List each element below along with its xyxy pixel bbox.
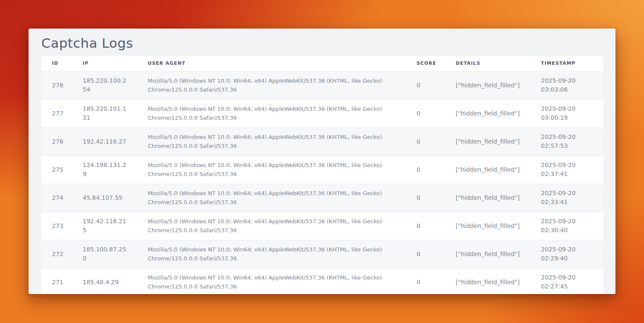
cell-user_agent: Mozilla/5.0 (Windows NT 10.0; Win64; x64… [137, 156, 406, 184]
cell-score: 0 [406, 268, 445, 294]
cell-timestamp: 2025-09-20 03:00:19 [530, 99, 604, 127]
logs-table-body: 278185.220.100.254Mozilla/5.0 (Windows N… [41, 71, 604, 294]
cell-ip: 185.100.87.250 [72, 240, 137, 268]
cell-id: 276 [41, 127, 72, 156]
cell-score: 0 [406, 127, 445, 156]
cell-timestamp: 2025-09-20 02:33:41 [530, 184, 604, 212]
cell-details: ["hidden_field_filled"] [445, 99, 530, 127]
cell-details: ["hidden_field_filled"] [445, 212, 530, 240]
captcha-logs-card: Captcha Logs IDIPUSER AGENTSCOREDETAILST… [29, 29, 615, 294]
cell-user_agent: Mozilla/5.0 (Windows NT 10.0; Win64; x64… [137, 268, 406, 294]
cell-ip: 192.42.116.27 [72, 127, 137, 156]
cell-score: 0 [406, 156, 445, 184]
column-header-id: ID [41, 56, 72, 71]
page-title: Captcha Logs [29, 29, 615, 56]
cell-id: 272 [41, 240, 72, 268]
cell-score: 0 [406, 71, 445, 99]
cell-ip: 185.40.4.29 [72, 268, 137, 294]
cell-ip: 124.198.131.29 [72, 156, 137, 184]
cell-user_agent: Mozilla/5.0 (Windows NT 10.0; Win64; x64… [137, 99, 406, 127]
column-header-details: DETAILS [445, 56, 530, 71]
cell-id: 271 [41, 268, 72, 294]
cell-id: 275 [41, 156, 72, 184]
table-row: 27445.84.107.55Mozilla/5.0 (Windows NT 1… [41, 184, 604, 212]
cell-details: ["hidden_field_filled"] [445, 268, 530, 294]
cell-details: ["hidden_field_filled"] [445, 240, 530, 268]
cell-id: 273 [41, 212, 72, 240]
page-background: Captcha Logs IDIPUSER AGENTSCOREDETAILST… [0, 0, 644, 323]
cell-score: 0 [406, 184, 445, 212]
table-row: 278185.220.100.254Mozilla/5.0 (Windows N… [41, 71, 604, 99]
column-header-timestamp: TIMESTAMP [530, 56, 604, 71]
column-header-ip: IP [72, 56, 137, 71]
cell-user_agent: Mozilla/5.0 (Windows NT 10.0; Win64; x64… [137, 212, 406, 240]
cell-user_agent: Mozilla/5.0 (Windows NT 10.0; Win64; x64… [137, 71, 406, 99]
cell-user_agent: Mozilla/5.0 (Windows NT 10.0; Win64; x64… [137, 127, 406, 156]
cell-timestamp: 2025-09-20 02:27:45 [530, 268, 604, 294]
cell-id: 278 [41, 71, 72, 99]
cell-timestamp: 2025-09-20 02:37:41 [530, 156, 604, 184]
cell-ip: 45.84.107.55 [72, 184, 137, 212]
cell-details: ["hidden_field_filled"] [445, 156, 530, 184]
column-header-user_agent: USER AGENT [137, 56, 406, 71]
table-row: 271185.40.4.29Mozilla/5.0 (Windows NT 10… [41, 268, 604, 294]
logs-table-container: IDIPUSER AGENTSCOREDETAILSTIMESTAMP 2781… [41, 56, 604, 294]
cell-timestamp: 2025-09-20 02:57:53 [530, 127, 604, 156]
cell-score: 0 [406, 212, 445, 240]
cell-ip: 185.220.100.254 [72, 71, 137, 99]
cell-timestamp: 2025-09-20 03:03:06 [530, 71, 604, 99]
cell-timestamp: 2025-09-20 02:29:40 [530, 240, 604, 268]
table-row: 272185.100.87.250Mozilla/5.0 (Windows NT… [41, 240, 604, 268]
cell-ip: 192.42.116.215 [72, 212, 137, 240]
cell-score: 0 [406, 99, 445, 127]
table-header-row: IDIPUSER AGENTSCOREDETAILSTIMESTAMP [41, 56, 604, 71]
cell-id: 274 [41, 184, 72, 212]
cell-id: 277 [41, 99, 72, 127]
table-row: 273192.42.116.215Mozilla/5.0 (Windows NT… [41, 212, 604, 240]
column-header-score: SCORE [406, 56, 445, 71]
table-row: 275124.198.131.29Mozilla/5.0 (Windows NT… [41, 156, 604, 184]
cell-score: 0 [406, 240, 445, 268]
cell-details: ["hidden_field_filled"] [445, 184, 530, 212]
table-row: 277185.220.101.131Mozilla/5.0 (Windows N… [41, 99, 604, 127]
cell-timestamp: 2025-09-20 02:30:40 [530, 212, 604, 240]
cell-ip: 185.220.101.131 [72, 99, 137, 127]
cell-details: ["hidden_field_filled"] [445, 127, 530, 156]
table-row: 276192.42.116.27Mozilla/5.0 (Windows NT … [41, 127, 604, 156]
cell-user_agent: Mozilla/5.0 (Windows NT 10.0; Win64; x64… [137, 184, 406, 212]
logs-table: IDIPUSER AGENTSCOREDETAILSTIMESTAMP 2781… [41, 56, 604, 294]
cell-user_agent: Mozilla/5.0 (Windows NT 10.0; Win64; x64… [137, 240, 406, 268]
cell-details: ["hidden_field_filled"] [445, 71, 530, 99]
